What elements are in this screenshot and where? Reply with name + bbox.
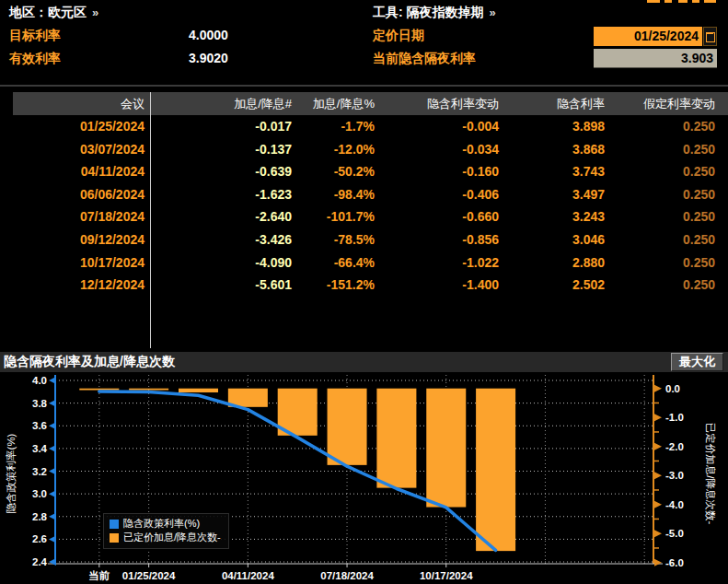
right-axis-tick-label: -6.0 <box>665 557 684 568</box>
table-cell: -1.022 <box>377 251 502 274</box>
chart-bar <box>179 389 218 392</box>
left-axis-tick <box>49 377 56 384</box>
table-row[interactable]: 03/07/2024-0.137-12.0%-0.0343.8680.250 <box>13 138 728 161</box>
x-axis-label: 01/25/2024 <box>122 570 176 581</box>
table-cell: -0.004 <box>377 115 502 138</box>
left-axis-tick-label: 3.0 <box>32 488 47 499</box>
column-header: 会议 <box>13 92 147 115</box>
region-selector[interactable]: 地区：欧元区» <box>9 5 98 21</box>
table-cell: -78.5% <box>295 228 377 251</box>
table-row[interactable]: 09/12/2024-3.426-78.5%-0.8563.0460.250 <box>13 228 728 251</box>
table-cell: 12/12/2024 <box>13 274 147 297</box>
table-cell: 07/18/2024 <box>13 205 147 228</box>
right-axis-tick <box>654 501 662 508</box>
table-cell: -1.400 <box>377 274 502 297</box>
column-header: 假定利率变动 <box>607 92 718 115</box>
table-cell: 3.743 <box>502 160 607 183</box>
left-axis-tick-label: 2.6 <box>32 533 47 544</box>
chart-bar <box>376 389 416 488</box>
table-cell: 0.250 <box>607 274 718 297</box>
left-axis-tick <box>49 490 56 497</box>
table-cell: 0.250 <box>607 228 718 251</box>
table-header-row: 会议加息/降息#加息/降息%隐含利率变动隐含利率假定利率变动 <box>13 92 728 115</box>
table-cell: 3.898 <box>502 115 607 138</box>
target-rate-label: 目标利率 <box>9 28 61 44</box>
left-axis-tick <box>49 513 56 520</box>
table-cell: 01/25/2024 <box>13 115 147 138</box>
tool-value: 隔夜指数掉期 <box>407 5 484 19</box>
right-axis-tick-label: -5.0 <box>665 528 684 539</box>
right-axis-tick <box>654 472 662 479</box>
table-row[interactable]: 06/06/2024-1.623-98.4%-0.4063.4970.250 <box>13 183 728 206</box>
pricing-date-input[interactable]: 01/25/2024 <box>594 27 702 46</box>
table-cell: -1.623 <box>147 183 295 206</box>
table-cell: -101.7% <box>295 205 377 228</box>
right-axis-tick <box>654 530 662 537</box>
tool-selector[interactable]: 工具: 隔夜指数掉期» <box>373 5 496 21</box>
right-axis-tick-label: -1.0 <box>665 412 684 423</box>
x-axis-label: 当前 <box>88 570 110 581</box>
table-cell: -0.856 <box>377 228 502 251</box>
table-cell: -66.4% <box>295 251 377 274</box>
table-cell: -151.2% <box>295 274 377 297</box>
effective-rate-value: 3.9020 <box>189 51 228 65</box>
table-cell: -0.660 <box>377 205 502 228</box>
tool-chevron-icon: » <box>490 6 496 19</box>
chart-bar <box>426 389 466 508</box>
left-axis-tick <box>49 400 56 407</box>
chart-bar <box>476 389 515 551</box>
column-header: 加息/降息# <box>147 92 295 115</box>
left-axis-tick-label: 3.2 <box>32 466 47 477</box>
right-axis-title: 已定价加息/降息次数- <box>705 423 716 525</box>
table-cell: 3.243 <box>502 205 607 228</box>
chart-legend: 隐含政策利率(%) 已定价加息/降息次数- <box>103 513 229 549</box>
table-cell: 0.250 <box>607 115 718 138</box>
table-cell: 3.046 <box>502 228 607 251</box>
left-axis-tick <box>49 558 56 566</box>
legend-item-bar: 已定价加息/降息次数- <box>110 531 221 544</box>
right-axis-tick-label: -4.0 <box>665 499 684 510</box>
table-cell: 10/17/2024 <box>13 251 147 274</box>
table-row[interactable]: 01/25/2024-0.017-1.7%-0.0043.8980.250 <box>13 115 728 138</box>
table-cell: -5.601 <box>147 274 295 297</box>
x-axis-label: 07/18/2024 <box>320 570 374 581</box>
maximize-button[interactable]: 最大化 <box>671 353 723 371</box>
table-cell: -0.160 <box>377 160 502 183</box>
region-chevron-icon: » <box>92 6 98 19</box>
region-label: 地区： <box>9 5 48 19</box>
column-header: 隐含利率变动 <box>377 92 502 115</box>
table-cell: 2.502 <box>502 274 607 297</box>
legend-item-line: 隐含政策利率(%) <box>110 517 221 531</box>
left-axis-tick <box>49 535 56 543</box>
pricing-date-label: 定价日期 <box>373 28 424 44</box>
table-cell: -4.090 <box>147 251 295 274</box>
table-row[interactable]: 07/18/2024-2.640-101.7%-0.6603.2430.250 <box>13 205 728 228</box>
left-axis-tick <box>49 422 56 429</box>
table-row[interactable]: 10/17/2024-4.090-66.4%-1.0222.8800.250 <box>13 251 728 274</box>
left-axis-tick-label: 2.4 <box>32 556 48 567</box>
column-header: 隐含利率 <box>502 92 607 115</box>
left-axis-tick-label: 2.8 <box>32 511 48 522</box>
chart-bar <box>328 389 367 465</box>
table-row[interactable]: 04/11/2024-0.639-50.2%-0.1603.7430.250 <box>13 160 728 183</box>
chart-titlebar: 隐含隔夜利率及加息/降息次数 最大化 <box>0 352 728 372</box>
table-cell: -3.426 <box>147 228 295 251</box>
left-axis-tick <box>49 445 56 452</box>
right-axis-tick-label: -2.0 <box>665 441 684 452</box>
left-axis-tick-label: 3.8 <box>32 398 48 409</box>
left-axis-tick-label: 3.6 <box>32 420 47 431</box>
table-cell: -12.0% <box>295 138 377 161</box>
x-axis-label: 04/11/2024 <box>222 570 275 581</box>
table-cell: 0.250 <box>607 160 718 183</box>
column-header: 加息/降息% <box>295 92 377 115</box>
chart-plot: 4.03.83.63.43.23.02.82.62.40.0-1.0-2.0-3… <box>0 372 728 584</box>
legend-swatch-line <box>110 520 119 529</box>
table-cell: 06/06/2024 <box>13 183 147 206</box>
table-row[interactable]: 12/12/2024-5.601-151.2%-1.4002.5020.250 <box>13 274 728 297</box>
table-cell: 3.497 <box>502 183 607 206</box>
region-value: 欧元区 <box>48 5 87 19</box>
calendar-icon[interactable] <box>703 27 717 46</box>
target-rate-value: 4.0000 <box>189 28 228 42</box>
right-axis-tick <box>654 414 662 421</box>
right-axis-tick-label: 0.0 <box>665 383 680 394</box>
